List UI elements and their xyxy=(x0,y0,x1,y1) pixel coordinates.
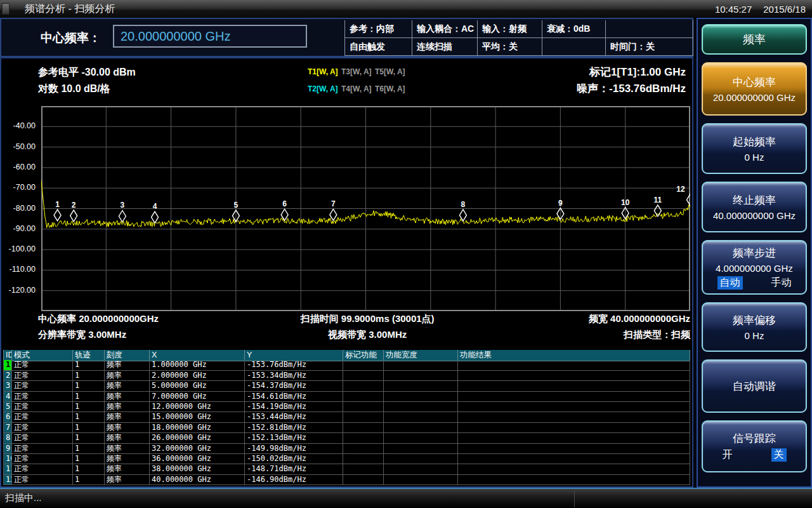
cell-width xyxy=(384,423,458,433)
marker-table-row-2[interactable]: 2正常1频率2.000000 GHz-153.34dBm/Hz xyxy=(3,371,690,381)
cell-func xyxy=(343,381,384,391)
softkey-option[interactable]: 开 xyxy=(723,448,733,462)
cell-result xyxy=(458,444,690,454)
softkey-5-button[interactable]: 自动调谐 xyxy=(702,359,807,413)
cell-func xyxy=(343,371,384,381)
column-header: 模式 xyxy=(12,350,73,361)
marker-table-row-12[interactable]: 12正常1频率40.000000 GHz-146.90dBm/Hz xyxy=(3,475,690,485)
marker-table-row-5[interactable]: 5正常1频率12.000000 GHz-154.19dBm/Hz xyxy=(3,402,690,412)
y-tick-label: -120.00 xyxy=(1,286,36,295)
softkey-6-button[interactable]: 信号跟踪开关 xyxy=(702,420,807,472)
status-cell-row2-4: 时间门：关 xyxy=(606,38,693,56)
marker-table-row-6[interactable]: 6正常1频率15.000000 GHz-153.44dBm/Hz xyxy=(3,412,690,422)
cell-mode: 正常 xyxy=(12,360,73,370)
softkey-label: 频率偏移 xyxy=(733,313,776,328)
cell-id: 2 xyxy=(3,371,12,381)
marker-table-row-9[interactable]: 9正常1频率32.000000 GHz-149.98dBm/Hz xyxy=(3,444,690,454)
softkey-0-button[interactable]: 中心频率20.000000000 GHz xyxy=(702,62,807,116)
cell-mode: 正常 xyxy=(12,412,73,422)
softkey-1-button[interactable]: 起始频率0 Hz xyxy=(702,123,807,174)
softkey-value: 4.000000000 GHz xyxy=(716,263,793,274)
cell-id: 9 xyxy=(3,444,12,454)
softkey-option[interactable]: 手动 xyxy=(771,276,792,290)
cell-result xyxy=(458,454,690,464)
softkey-label: 自动调谐 xyxy=(733,379,776,394)
softkey-4-button[interactable]: 频率偏移0 Hz xyxy=(702,302,807,352)
status-cell-row2-0: 自由触发 xyxy=(344,38,412,56)
cell-trace: 1 xyxy=(73,423,105,433)
cell-y: -154.61dBm/Hz xyxy=(245,392,343,402)
softkey-2-button[interactable]: 终止频率40.000000000 GHz xyxy=(702,182,807,232)
marker-table-row-11[interactable]: 11正常1频率38.000000 GHz-148.71dBm/Hz xyxy=(3,464,690,474)
cell-scale: 频率 xyxy=(105,412,150,422)
cell-y: -153.76dBm/Hz xyxy=(245,360,343,370)
marker-table-row-8[interactable]: 8正常1频率26.000000 GHz-152.13dBm/Hz xyxy=(3,433,690,443)
reference-level-text: 参考电平 -30.00 dBm xyxy=(38,66,136,79)
cell-mode: 正常 xyxy=(12,444,73,454)
softkey-value: 20.000000000 GHz xyxy=(713,92,796,103)
status-cell-row1-0: 参考：内部 xyxy=(344,20,412,38)
cell-width xyxy=(384,402,458,412)
clock: 10:45:27 2015/6/18 xyxy=(715,4,806,15)
main-display: 参考电平 -30.00 dBm 对数 10.0 dB/格 T1[W, A]T3[… xyxy=(0,57,693,488)
cell-width xyxy=(384,475,458,485)
svg-text:1: 1 xyxy=(55,200,60,209)
column-header: Y xyxy=(245,350,343,361)
menu-title-frequency[interactable]: 频率 xyxy=(702,24,807,55)
softkey-3-button[interactable]: 频率步进4.000000000 GHz自动手动 xyxy=(702,240,807,295)
svg-text:3: 3 xyxy=(121,201,125,210)
status-cell-row2-2: 平均：关 xyxy=(478,38,542,56)
cell-id: 8 xyxy=(3,433,12,443)
status-cell-row2-3 xyxy=(542,38,606,56)
softkey-label: 终止频率 xyxy=(733,193,776,208)
trace-indicator-t1: T1[W, A] xyxy=(308,67,338,76)
softkey-option[interactable]: 关 xyxy=(771,448,787,462)
cell-func xyxy=(343,392,384,402)
cell-func xyxy=(343,423,384,433)
column-header: 轨迹 xyxy=(73,350,105,361)
svg-text:11: 11 xyxy=(654,196,662,204)
trace-indicator-t3: T3[W, A] xyxy=(341,67,372,76)
marker-table-row-1[interactable]: 1正常1频率1.000000 GHz-153.76dBm/Hz xyxy=(3,360,690,370)
y-tick-label: -110.00 xyxy=(1,265,36,274)
cell-y: -146.90dBm/Hz xyxy=(245,475,343,485)
cell-mode: 正常 xyxy=(12,464,73,474)
y-tick-label: -40.00 xyxy=(1,121,36,130)
marker-table-row-7[interactable]: 7正常1频率18.000000 GHz-152.81dBm/Hz xyxy=(3,423,690,433)
svg-text:5: 5 xyxy=(234,201,239,210)
status-cell-row1-3: 衰减：0dB xyxy=(542,20,606,38)
cell-trace: 1 xyxy=(73,454,105,464)
center-frequency-input[interactable]: 20.000000000 GHz xyxy=(113,25,307,48)
cell-mode: 正常 xyxy=(12,371,73,381)
svg-text:4: 4 xyxy=(153,202,157,211)
footer-sweep-time: 扫描时间 99.9000ms (30001点) xyxy=(260,313,475,325)
marker-table-row-3[interactable]: 3正常1频率5.000000 GHz-154.37dBm/Hz xyxy=(3,381,690,391)
column-header: 标记功能 xyxy=(343,350,384,361)
cell-mode: 正常 xyxy=(12,454,73,464)
softkey-label: 频率步进 xyxy=(733,246,776,260)
cell-width xyxy=(384,381,458,391)
softkey-option[interactable]: 自动 xyxy=(717,276,743,290)
marker-table-row-10[interactable]: 10正常1频率36.000000 GHz-150.02dBm/Hz xyxy=(3,454,690,464)
softkey-value: 0 Hz xyxy=(745,330,764,341)
cell-mode: 正常 xyxy=(12,475,73,485)
marker-readout-noise: 噪声：-153.76dBm/Hz xyxy=(577,81,686,96)
svg-text:12: 12 xyxy=(676,185,685,194)
footer-vbw: 视频带宽 3.00MHz xyxy=(260,329,475,341)
cell-x: 5.000000 GHz xyxy=(150,381,245,391)
cell-trace: 1 xyxy=(73,464,105,474)
softkey-label: 起始频率 xyxy=(733,135,776,149)
cell-func xyxy=(343,360,384,370)
cell-trace: 1 xyxy=(73,412,105,422)
cell-x: 15.000000 GHz xyxy=(150,412,245,422)
cell-mode: 正常 xyxy=(12,381,73,391)
marker-table-row-4[interactable]: 4正常1频率7.000000 GHz-154.61dBm/Hz xyxy=(3,392,690,402)
column-header: 功能结果 xyxy=(458,350,690,361)
y-tick-label: -100.00 xyxy=(1,244,36,253)
cell-width xyxy=(384,360,458,370)
marker-table-header: ID模式轨迹刻度XY标记功能功能宽度功能结果 xyxy=(3,350,690,360)
cell-x: 32.000000 GHz xyxy=(150,444,245,454)
cell-width xyxy=(384,412,458,422)
cell-id: 10 xyxy=(3,454,12,464)
cell-mode: 正常 xyxy=(12,392,73,402)
